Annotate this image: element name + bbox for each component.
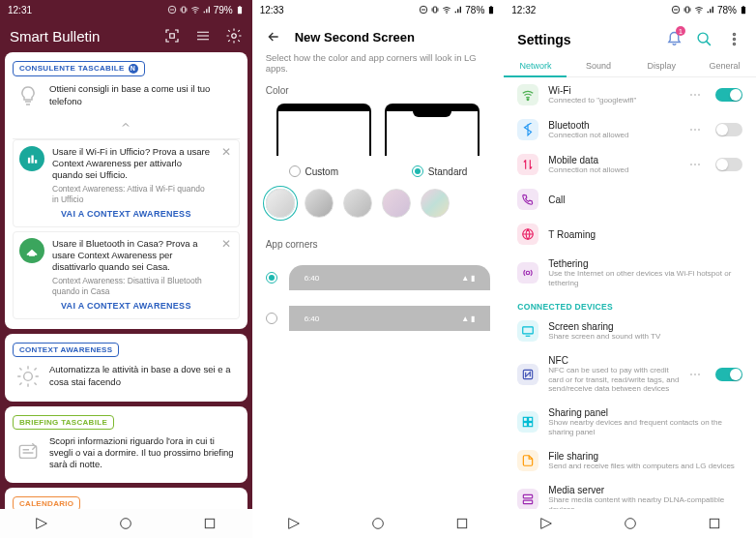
setting-sharing-panel[interactable]: Sharing panelShow nearby devices and fre… xyxy=(504,401,756,443)
sub: Use the Internet on other devices via Wi… xyxy=(548,269,742,287)
color-option-4[interactable] xyxy=(382,189,411,218)
recent-button[interactable] xyxy=(452,514,472,533)
color-option-2[interactable] xyxy=(305,189,334,218)
tab-general[interactable]: General xyxy=(693,55,756,76)
back-button[interactable] xyxy=(537,514,556,533)
card-header: BRIEFING TASCABILE xyxy=(13,415,114,430)
toggle-nfc[interactable] xyxy=(715,368,742,381)
close-icon[interactable]: ✕ xyxy=(219,146,233,158)
home-button[interactable] xyxy=(116,514,135,533)
home-button[interactable] xyxy=(621,514,640,533)
setting-screenshare[interactable]: Screen sharingShare screen and sound wit… xyxy=(504,314,756,348)
toggle-wifi[interactable] xyxy=(715,88,742,102)
back-button[interactable] xyxy=(32,514,51,533)
svg-point-5 xyxy=(231,34,236,39)
setting-nfc[interactable]: NFCNFC can be used to pay with credit ca… xyxy=(504,348,756,401)
label: Mobile data xyxy=(548,155,680,165)
corner-option-rounded[interactable]: 6:40 ▲ ▮ xyxy=(266,257,491,298)
preview-custom[interactable] xyxy=(276,104,371,156)
tip-row[interactable]: Ottieni consigli in base a come usi il t… xyxy=(13,76,240,115)
close-icon[interactable]: ✕ xyxy=(219,238,233,250)
tab-network[interactable]: Network xyxy=(504,55,567,76)
back-button[interactable] xyxy=(284,514,304,533)
color-option-3[interactable] xyxy=(343,189,372,218)
recent-button[interactable] xyxy=(705,514,724,533)
context-suggestion-wifi[interactable]: Usare il Wi-Fi in Ufficio? Prova a usare… xyxy=(13,139,240,227)
setting-wifi[interactable]: Wi-FiConnected to "googlewifi" ⋯ xyxy=(504,77,756,112)
nav-bar xyxy=(252,509,505,538)
label: Media server xyxy=(548,485,742,495)
toggle-bluetooth[interactable] xyxy=(715,123,742,136)
back-icon[interactable] xyxy=(266,29,281,45)
battery-icon xyxy=(486,5,496,15)
svg-rect-17 xyxy=(489,7,493,14)
svg-point-12 xyxy=(121,519,131,529)
setting-file-sharing[interactable]: File sharingSend and receive files with … xyxy=(504,443,756,478)
overflow-icon[interactable]: ⋯ xyxy=(689,123,702,136)
svg-rect-4 xyxy=(239,6,241,7)
setting-bluetooth[interactable]: BluetoothConnection not allowed ⋯ xyxy=(504,112,756,147)
card-header-text: CONSULENTE TASCABILE xyxy=(19,64,125,73)
label: T Roaming xyxy=(548,229,742,240)
vibrate-icon xyxy=(430,5,440,15)
context-link[interactable]: VAI A CONTEXT AWARENESS xyxy=(19,297,233,313)
radio-standard[interactable]: Standard xyxy=(412,165,468,177)
context-link[interactable]: VAI A CONTEXT AWARENESS xyxy=(19,205,233,221)
section-corners-label: App corners xyxy=(252,235,505,254)
automation-icon xyxy=(15,363,42,390)
card-calendario[interactable]: CALENDARIO Programmazione di oggi Nessun… xyxy=(5,488,247,509)
context-suggestion-bt[interactable]: Usare il Bluetooth in Casa? Prova a usar… xyxy=(13,231,240,319)
svg-rect-6 xyxy=(28,157,30,163)
overflow-icon[interactable]: ⋯ xyxy=(689,158,702,171)
bluetooth-icon xyxy=(517,119,538,140)
radio-custom[interactable]: Custom xyxy=(289,165,338,177)
wifi-icon xyxy=(517,84,538,105)
wifi-suggestion-icon xyxy=(19,146,44,171)
home-button[interactable] xyxy=(368,514,388,533)
recent-button[interactable] xyxy=(200,514,219,533)
setting-media-server[interactable]: Media serverShare media content with nea… xyxy=(504,478,756,509)
svg-point-41 xyxy=(625,519,635,529)
card-header: CONTEXT AWARENESS xyxy=(13,343,119,357)
card-briefing[interactable]: BRIEFING TASCABILE Scopri informazioni r… xyxy=(5,406,247,483)
mobile-data-icon xyxy=(517,154,538,175)
media-server-icon xyxy=(517,489,538,509)
page-title: Smart Bulletin xyxy=(10,28,100,45)
vibrate-icon xyxy=(179,5,189,15)
more-icon[interactable] xyxy=(726,31,742,47)
scan-icon[interactable] xyxy=(163,27,181,45)
collapse-toggle[interactable] xyxy=(13,115,240,139)
gear-icon[interactable] xyxy=(225,27,243,45)
preview-standard[interactable] xyxy=(385,104,480,156)
setting-roaming[interactable]: T Roaming xyxy=(504,217,756,252)
menu-icon[interactable] xyxy=(194,27,212,45)
battery-pct: 78% xyxy=(717,5,737,15)
setting-tethering[interactable]: TetheringUse the Internet on other devic… xyxy=(504,252,756,294)
page-title: New Second Screen xyxy=(295,30,415,45)
svg-rect-1 xyxy=(182,7,185,13)
wifi-icon xyxy=(694,5,704,15)
tab-sound[interactable]: Sound xyxy=(567,55,629,76)
card-context-awareness[interactable]: CONTEXT AWARENESS Automatizza le attivit… xyxy=(5,334,247,402)
svg-rect-33 xyxy=(523,327,534,334)
status-bar: 12:31 79% xyxy=(0,0,252,19)
color-option-1[interactable] xyxy=(266,189,295,218)
ctx1-text: Usare il Wi-Fi in Ufficio? Prova a usare… xyxy=(52,146,212,182)
color-option-5[interactable] xyxy=(421,189,450,218)
toggle-mobiledata[interactable] xyxy=(715,158,742,171)
overflow-icon[interactable]: ⋯ xyxy=(689,88,702,102)
label: Bluetooth xyxy=(548,120,680,131)
vibrate-icon xyxy=(683,5,692,15)
tab-display[interactable]: Display xyxy=(630,55,693,76)
sub: Share media content with nearby DLNA-com… xyxy=(548,495,742,509)
notifications-button[interactable]: 1 xyxy=(666,29,683,49)
corner-option-square[interactable]: 6:40 ▲ ▮ xyxy=(266,298,491,339)
setting-mobiledata[interactable]: Mobile dataConnection not allowed ⋯ xyxy=(504,147,756,182)
ctx2-text: Usare il Bluetooth in Casa? Prova a usar… xyxy=(52,238,212,274)
svg-rect-24 xyxy=(741,7,745,14)
preview-signal-icon: ▲ ▮ xyxy=(461,274,475,283)
section-color-label: Color xyxy=(252,81,505,100)
search-icon[interactable] xyxy=(696,31,712,47)
overflow-icon[interactable]: ⋯ xyxy=(689,368,702,381)
setting-call[interactable]: Call xyxy=(504,182,756,217)
